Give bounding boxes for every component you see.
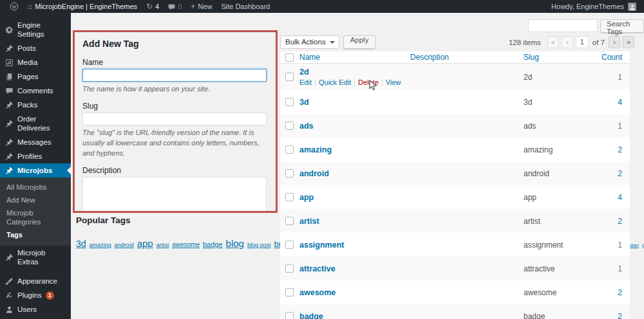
tag-row-app: appapp4 [280, 185, 630, 209]
submenu-item-add-new[interactable]: Add New [0, 194, 71, 206]
sidebar-item-media[interactable]: Media [0, 55, 71, 69]
tag-description-textarea[interactable] [82, 177, 267, 213]
row-checkbox[interactable] [285, 122, 294, 130]
row-checkbox[interactable] [285, 193, 294, 201]
plus-icon: + [191, 3, 195, 10]
tag-name-link[interactable]: assignment [299, 241, 344, 250]
row-action-delete[interactable]: Delete [355, 78, 383, 86]
search-tags-input[interactable] [528, 19, 598, 32]
row-checkbox[interactable] [285, 145, 294, 154]
users-icon [5, 305, 14, 314]
select-all-checkbox[interactable] [285, 53, 294, 62]
popular-tag-link[interactable]: android [115, 242, 134, 248]
sidebar-item-appearance[interactable]: Appearance [0, 274, 71, 288]
tag-name-link[interactable]: ads [299, 122, 314, 131]
sidebar-item-users[interactable]: Users [0, 302, 71, 316]
submenu-item-all-microjobs[interactable]: All Microjobs [0, 181, 71, 194]
last-page-button[interactable]: » [623, 36, 634, 48]
sidebar-item-microjob-extras[interactable]: Microjob Extras [0, 246, 71, 269]
new-menu[interactable]: + New [186, 0, 216, 13]
first-page-button[interactable]: « [547, 36, 559, 48]
search-tags-button[interactable]: Search Tags [600, 19, 644, 33]
tag-name-link[interactable]: android [299, 169, 329, 178]
tag-count-cell[interactable]: 4 [585, 98, 630, 107]
row-checkbox[interactable] [285, 264, 294, 273]
popular-tag-link[interactable]: artist [156, 242, 169, 248]
popular-tag-link[interactable]: app [137, 238, 153, 249]
tag-name-link[interactable]: app [299, 193, 314, 202]
tag-count-cell[interactable]: 2 [585, 169, 630, 178]
submenu-item-microjob-categories[interactable]: Microjob Categories [0, 206, 71, 228]
current-page-input[interactable]: 1 [576, 36, 589, 48]
sidebar-item-posts[interactable]: Posts [0, 41, 71, 55]
bulk-actions-select[interactable]: Bulk Actions [280, 35, 339, 49]
tag-name-link[interactable]: awesome [299, 288, 336, 297]
row-checkbox[interactable] [285, 98, 294, 106]
site-menu[interactable]: ⌂ MicrojobEngine | EngineThemes [23, 0, 142, 13]
sidebar-item-profiles[interactable]: Profiles [0, 149, 71, 163]
updates-icon: ↻ [146, 3, 153, 10]
sidebar-item-pages[interactable]: Pages [0, 69, 71, 84]
tag-name-link[interactable]: amazing [299, 145, 332, 154]
sidebar-item-comments[interactable]: Comments [0, 84, 71, 98]
next-page-button[interactable]: › [609, 36, 620, 48]
tag-name-input[interactable] [82, 69, 267, 82]
name-field-label: Name [82, 58, 267, 67]
row-checkbox[interactable] [285, 169, 294, 178]
sidebar-item-label: Appearance [17, 277, 57, 286]
comments-menu[interactable]: 0 [164, 0, 186, 13]
column-header-description[interactable]: Description [410, 53, 524, 62]
row-checkbox[interactable] [285, 217, 294, 225]
tag-count-cell[interactable]: 2 [585, 312, 630, 319]
row-action-edit[interactable]: Edit [299, 78, 316, 86]
home-icon: ⌂ [28, 3, 32, 10]
sidebar-item-tools[interactable]: Tools [0, 316, 71, 319]
column-header-name[interactable]: Name [299, 53, 410, 62]
sidebar-item-label: Users [17, 305, 37, 314]
tag-name-link[interactable]: 3d [299, 98, 309, 107]
submenu-item-tags[interactable]: Tags [0, 228, 71, 241]
apply-button[interactable]: Apply [343, 35, 376, 49]
tag-slug-input[interactable] [82, 113, 267, 125]
sidebar-item-label: Messages [17, 138, 51, 147]
row-checkbox[interactable] [285, 73, 294, 81]
column-header-count[interactable]: Count [585, 53, 630, 62]
sidebar-item-engine-settings[interactable]: Engine Settings [0, 18, 71, 41]
user-avatar-icon[interactable] [628, 3, 636, 11]
wordpress-logo-icon[interactable]: W [5, 0, 23, 13]
row-action-view[interactable]: View [383, 78, 404, 86]
row-checkbox[interactable] [285, 312, 294, 319]
tag-name-link[interactable]: 2d [299, 68, 309, 77]
column-header-slug[interactable]: Slug [524, 53, 585, 62]
sidebar-item-messages[interactable]: Messages [0, 135, 71, 149]
updates-menu[interactable]: ↻ 4 [142, 0, 164, 13]
howdy-account-menu[interactable]: Howdy, EngineThemes [551, 3, 624, 10]
popular-tag-link[interactable]: blog [226, 238, 244, 249]
tag-count-cell[interactable]: 2 [585, 288, 630, 297]
popular-tag-link[interactable]: amazing [90, 242, 111, 248]
row-checkbox[interactable] [285, 241, 294, 249]
popular-tag-link[interactable]: blog post [247, 242, 271, 248]
popular-tag-link[interactable]: awesome [172, 241, 200, 248]
tag-count-cell[interactable]: 4 [585, 193, 630, 202]
tag-count-cell: 1 [585, 73, 630, 82]
sidebar-item-plugins[interactable]: Plugins1 [0, 288, 71, 302]
sidebar-item-packs[interactable]: Packs [0, 98, 71, 112]
tag-name-link[interactable]: badge [299, 312, 323, 319]
updates-count: 4 [155, 3, 159, 10]
sidebar-item-label: Order Deliveries [17, 114, 68, 132]
popular-tag-link[interactable]: badge [203, 241, 223, 248]
prev-page-button[interactable]: ‹ [562, 36, 573, 48]
site-dashboard-link[interactable]: Site Dashboard [216, 0, 274, 13]
popular-tag-link[interactable]: 3d [76, 239, 86, 249]
row-action-quick-edit[interactable]: Quick Edit [316, 78, 355, 86]
tag-name-link[interactable]: artist [299, 217, 319, 226]
tag-slug-cell: attractive [524, 264, 585, 273]
tag-count-cell[interactable]: 2 [585, 217, 630, 226]
row-checkbox[interactable] [285, 288, 294, 296]
tag-name-link[interactable]: attractive [299, 264, 336, 273]
tag-count-cell[interactable]: 2 [585, 145, 630, 154]
sidebar-item-microjobs[interactable]: Microjobs [0, 163, 71, 178]
sidebar-item-order-deliveries[interactable]: Order Deliveries [0, 112, 71, 135]
tag-row-android: androidandroid2 [280, 161, 630, 185]
